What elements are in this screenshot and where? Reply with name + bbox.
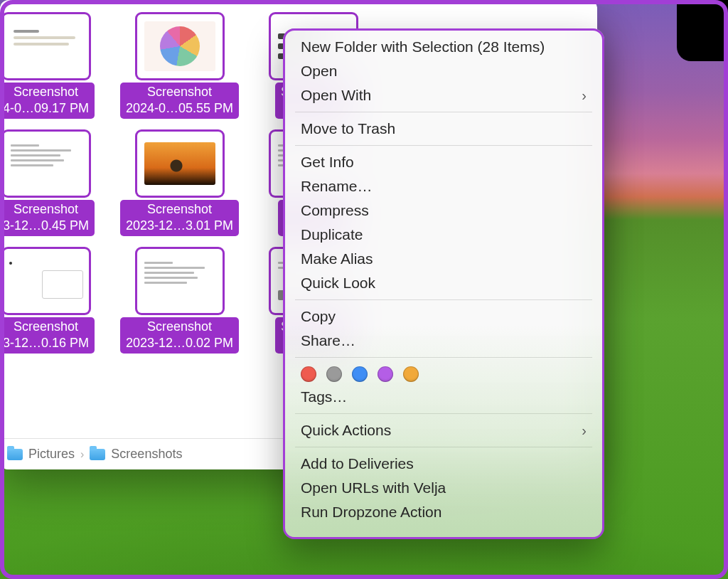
file-item[interactable]: Screenshot 3-12…0.45 PM <box>0 132 112 236</box>
menu-item-label: Share… <box>301 332 355 349</box>
menu-item-label: Quick Look <box>301 275 375 292</box>
chevron-right-icon: › <box>582 88 587 102</box>
file-label[interactable]: Screenshot 2023-12…0.02 PM <box>120 317 239 354</box>
menu-item-label: Rename… <box>301 178 372 195</box>
menu-quick-look[interactable]: Quick Look <box>285 271 602 295</box>
menu-make-alias[interactable]: Make Alias <box>285 247 602 271</box>
menu-new-folder-with-selection[interactable]: New Folder with Selection (28 Items) <box>285 35 602 59</box>
menu-get-info[interactable]: Get Info <box>285 150 602 174</box>
menu-separator <box>295 299 592 300</box>
chevron-right-icon: › <box>582 423 587 437</box>
tag-color-dot[interactable] <box>352 366 368 382</box>
file-thumbnail[interactable] <box>4 249 89 313</box>
menu-compress[interactable]: Compress <box>285 198 602 223</box>
file-thumbnail[interactable] <box>4 14 89 78</box>
menu-item-label: Open With <box>301 87 371 104</box>
file-thumbnail[interactable] <box>137 249 223 313</box>
menu-item-label: Quick Actions <box>301 422 391 439</box>
file-thumbnail[interactable] <box>137 132 223 196</box>
menu-item-label: Move to Trash <box>301 120 395 137</box>
file-label[interactable]: Screenshot 4-0…09.17 PM <box>0 83 95 119</box>
context-menu: New Folder with Selection (28 Items) Ope… <box>283 28 604 539</box>
file-item[interactable]: Screenshot 2024-0…05.55 PM <box>114 14 245 119</box>
menu-item-label: Make Alias <box>301 250 373 267</box>
tag-color-dot[interactable] <box>403 366 419 382</box>
menu-separator <box>295 447 592 447</box>
file-item[interactable]: Screenshot 4-0…09.17 PM <box>0 14 112 119</box>
menu-item-label: Copy <box>301 308 336 325</box>
file-item[interactable]: Screenshot 2023-12…0.02 PM <box>114 249 245 354</box>
menu-item-label: Tags… <box>301 388 347 405</box>
menu-item-label: Add to Deliveries <box>301 455 414 472</box>
file-thumbnail[interactable] <box>137 14 223 78</box>
file-item[interactable]: Screenshot 3-12…0.16 PM <box>0 249 112 354</box>
pathbar-pictures[interactable]: Pictures <box>28 447 75 462</box>
file-label[interactable]: Screenshot 3-12…0.16 PM <box>0 317 95 354</box>
folder-icon <box>90 449 105 460</box>
menu-separator <box>295 357 592 358</box>
menu-item-label: Open <box>301 63 337 80</box>
menu-item-label: New Folder with Selection (28 Items) <box>301 38 545 55</box>
menu-run-dropzone-action[interactable]: Run Dropzone Action <box>285 500 602 524</box>
screen-notch <box>677 0 728 61</box>
menu-duplicate[interactable]: Duplicate <box>285 223 602 247</box>
menu-open-urls-with-velja[interactable]: Open URLs with Velja <box>285 476 602 500</box>
menu-share[interactable]: Share… <box>285 329 602 353</box>
menu-separator <box>295 112 592 112</box>
menu-move-to-trash[interactable]: Move to Trash <box>285 117 602 141</box>
pathbar-screenshots[interactable]: Screenshots <box>111 447 182 462</box>
menu-tags[interactable]: Tags… <box>285 385 602 409</box>
menu-copy[interactable]: Copy <box>285 304 602 329</box>
file-label[interactable]: Screenshot 2024-0…05.55 PM <box>120 83 239 119</box>
file-thumbnail[interactable] <box>4 132 89 196</box>
file-label[interactable]: Screenshot 2023-12…3.01 PM <box>120 200 239 236</box>
tag-color-row <box>285 362 602 385</box>
menu-item-label: Duplicate <box>301 226 363 243</box>
menu-separator <box>295 413 592 414</box>
file-item[interactable]: Screenshot 2023-12…3.01 PM <box>114 132 245 236</box>
menu-item-label: Get Info <box>301 154 354 171</box>
menu-item-label: Open URLs with Velja <box>301 479 446 496</box>
menu-open-with[interactable]: Open With› <box>285 83 602 107</box>
menu-separator <box>295 145 592 146</box>
tag-color-dot[interactable] <box>326 366 342 382</box>
menu-quick-actions[interactable]: Quick Actions› <box>285 418 602 442</box>
folder-icon <box>7 449 23 460</box>
menu-add-to-deliveries[interactable]: Add to Deliveries <box>285 452 602 476</box>
chevron-right-icon: › <box>80 448 84 461</box>
menu-rename[interactable]: Rename… <box>285 174 602 198</box>
menu-open[interactable]: Open <box>285 59 602 83</box>
tag-color-dot[interactable] <box>301 366 316 382</box>
tag-color-dot[interactable] <box>378 366 393 382</box>
file-label[interactable]: Screenshot 3-12…0.45 PM <box>0 200 95 236</box>
menu-item-label: Compress <box>301 202 369 219</box>
menu-item-label: Run Dropzone Action <box>301 504 441 521</box>
